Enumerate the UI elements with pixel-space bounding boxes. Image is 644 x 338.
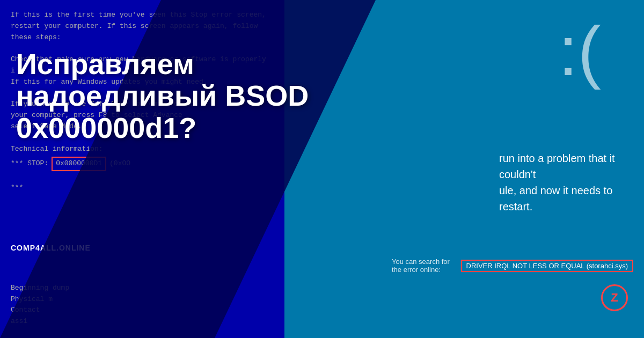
z-logo: Z	[601, 284, 628, 311]
dump-line-3: Contact	[11, 305, 69, 316]
modern-line-1: run into a problem that it couldn't	[499, 150, 633, 182]
technical-info: Technical information:	[11, 144, 274, 155]
dump-line-1: Beginning dump	[11, 283, 69, 294]
bsod-line-2: restart your computer. If this screen ap…	[11, 21, 274, 32]
dump-line-2: Physical m	[11, 294, 69, 305]
page-title: Исправляем надоедливый BSOD 0x000000d1?	[16, 48, 349, 144]
error-search-line: You can search for the error online: DRI…	[392, 258, 633, 274]
dump-lines: Beginning dump Physical m Contact assi	[11, 283, 69, 327]
stop-code-box: 0x0000000D1	[52, 157, 106, 171]
error-code-box: DRIVER IRQL NOT LESS OR EQUAL (storahci.…	[461, 260, 633, 272]
bsod-line-3: these steps:	[11, 32, 274, 43]
modern-bsod-text: run into a problem that it couldn't ule,…	[499, 150, 633, 215]
website-label: COMP4ALL.ONLINE	[11, 244, 91, 252]
search-label: You can search for the error online:	[392, 258, 458, 274]
stars-line: ***	[11, 182, 274, 194]
sad-face-icon: :(	[559, 16, 601, 86]
stop-line: *** STOP: 0x0000000D1 (0xOO	[11, 157, 274, 171]
bsod-line-1: If this is the first time you've seen th…	[11, 10, 274, 21]
dump-line-4: assi	[11, 316, 69, 327]
page-title-overlay: Исправляем надоедливый BSOD 0x000000d1?	[16, 48, 349, 144]
main-container: If this is the first time you've seen th…	[0, 0, 644, 338]
modern-line-2: ule, and now it needs to restart.	[499, 182, 633, 215]
stop-label: *** STOP:	[11, 158, 48, 170]
stop-extra: (0xOO	[109, 158, 130, 170]
